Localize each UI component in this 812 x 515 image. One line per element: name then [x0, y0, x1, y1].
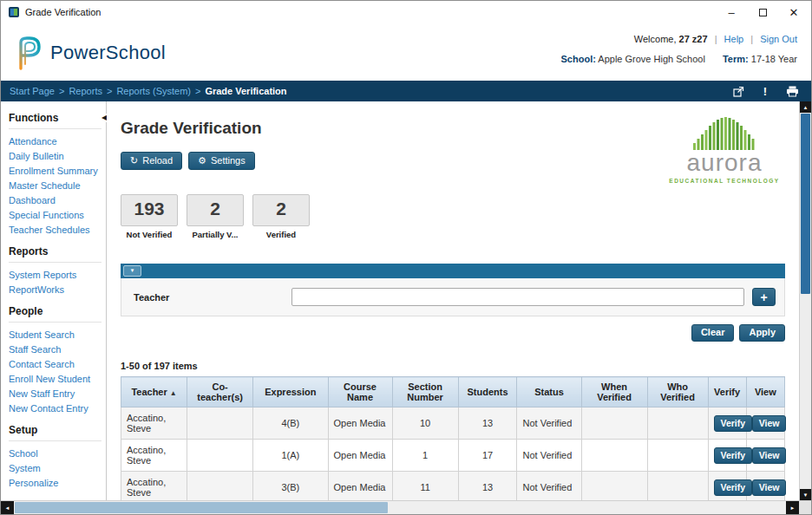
settings-icon: ⚙ [198, 156, 206, 166]
col-header-verify: Verify [708, 377, 746, 407]
browser-window: Grade Verification – ✕ PowerSchool [0, 0, 812, 515]
verify-button[interactable]: Verify [714, 447, 753, 464]
reload-button[interactable]: ↻ Reload [121, 152, 182, 170]
cell-when-verified [581, 472, 647, 501]
add-filter-button[interactable]: + [752, 288, 776, 306]
cell-co-teachers [187, 472, 253, 501]
sidebar-item-master-schedule[interactable]: Master Schedule [9, 178, 102, 192]
settings-button[interactable]: ⚙ Settings [188, 152, 255, 170]
maximize-button[interactable] [747, 2, 778, 23]
cell-when-verified [581, 440, 647, 472]
divider: | [750, 34, 753, 44]
scroll-up-button[interactable]: ▲ [800, 101, 811, 113]
sidebar-section-people: People [9, 297, 102, 323]
breadcrumb-separator: > [59, 86, 64, 96]
sidebar-item-enroll-new-student[interactable]: Enroll New Student [9, 371, 102, 386]
teacher-filter-input[interactable] [291, 288, 744, 306]
col-header-course-name[interactable]: Course Name [328, 377, 392, 407]
stat-value: 193 [121, 194, 178, 226]
filter-header-bar: ▾ [121, 264, 785, 278]
stat-card-partially-verified[interactable]: 2 Partially V... [187, 194, 244, 239]
sidebar-item-reportworks[interactable]: ReportWorks [9, 282, 102, 297]
col-header-teacher[interactable]: Teacher▲ [121, 377, 187, 407]
brand-name: PowerSchool [50, 42, 166, 64]
table-row: Accatino, Steve 3(B) Open Media 11 13 No… [121, 472, 785, 501]
breadcrumb-start-page[interactable]: Start Page [10, 86, 55, 96]
col-header-status[interactable]: Status [517, 377, 581, 407]
cell-section-number: 10 [392, 407, 458, 440]
stat-label: Not Verified [121, 230, 178, 239]
scroll-down-button[interactable]: ▼ [800, 489, 811, 500]
col-header-co-teachers[interactable]: Co-teacher(s) [187, 377, 253, 407]
sidebar-item-special-functions[interactable]: Special Functions [9, 207, 102, 222]
scroll-right-button[interactable]: ► [786, 501, 799, 514]
breadcrumb: Start Page > Reports > Reports (System) … [1, 81, 811, 101]
breadcrumb-reports-system[interactable]: Reports (System) [116, 86, 191, 96]
sidebar-item-student-search[interactable]: Student Search [9, 327, 102, 342]
sidebar-item-school[interactable]: School [9, 446, 102, 460]
view-button[interactable]: View [752, 479, 787, 496]
filter-collapse-button[interactable]: ▾ [123, 265, 141, 277]
stat-label: Verified [252, 230, 310, 239]
sidebar-item-contact-search[interactable]: Contact Search [9, 356, 102, 371]
username: 27 z27 [679, 34, 708, 44]
cell-section-number: 1 [392, 440, 458, 472]
col-header-students[interactable]: Students [458, 377, 517, 407]
help-link[interactable]: Help [724, 34, 744, 44]
vertical-scroll-thumb[interactable] [801, 114, 810, 294]
filter-actions: Clear Apply [121, 324, 785, 342]
sidebar-item-personalize[interactable]: Personalize [9, 475, 102, 490]
cell-status: Not Verified [517, 407, 581, 440]
table-row: Accatino, Steve 1(A) Open Media 1 17 Not… [121, 440, 785, 472]
cell-course-name: Open Media [328, 407, 392, 440]
verify-button[interactable]: Verify [714, 415, 753, 432]
powerschool-logo-icon [13, 36, 43, 70]
open-new-window-icon[interactable] [733, 86, 744, 97]
verify-button[interactable]: Verify [714, 479, 753, 496]
sidebar-item-new-staff-entry[interactable]: New Staff Entry [9, 386, 102, 401]
grade-verification-table: Teacher▲ Co-teacher(s) Expression Course… [121, 376, 785, 500]
sidebar-item-attendance[interactable]: Attendance [9, 134, 102, 148]
stat-card-not-verified[interactable]: 193 Not Verified [121, 194, 178, 239]
sign-out-link[interactable]: Sign Out [760, 34, 797, 44]
printer-icon[interactable] [786, 86, 799, 97]
sidebar-item-dashboard[interactable]: Dashboard [9, 192, 102, 207]
close-button[interactable]: ✕ [778, 2, 809, 23]
stat-card-verified[interactable]: 2 Verified [252, 194, 310, 239]
horizontal-scroll-track[interactable] [389, 501, 786, 514]
sidebar-item-enrollment-summary[interactable]: Enrollment Summary [9, 163, 102, 178]
sidebar-item-system-reports[interactable]: System Reports [9, 267, 102, 282]
scrollbar-corner [799, 501, 811, 514]
term-value[interactable]: 17-18 Year [751, 54, 797, 64]
clear-button[interactable]: Clear [691, 324, 735, 342]
view-button[interactable]: View [752, 447, 787, 464]
stat-value: 2 [252, 194, 310, 226]
horizontal-scroll-thumb[interactable] [15, 502, 388, 513]
sidebar-item-new-contact-entry[interactable]: New Contact Entry [9, 401, 102, 415]
alert-icon[interactable]: ! [763, 85, 767, 98]
breadcrumb-reports[interactable]: Reports [69, 86, 102, 96]
sidebar-item-staff-search[interactable]: Staff Search [9, 342, 102, 356]
sidebar: Functions Attendance Daily Bulletin Enro… [1, 101, 107, 500]
filter-body: Teacher + [121, 278, 785, 316]
sidebar-section-setup: Setup [9, 415, 102, 441]
sidebar-section-functions: Functions [9, 103, 102, 129]
col-header-who-verified[interactable]: Who Verified [647, 377, 708, 407]
sidebar-item-system[interactable]: System [9, 460, 102, 475]
view-button[interactable]: View [752, 415, 787, 432]
cell-teacher: Accatino, Steve [121, 407, 187, 440]
cell-status: Not Verified [517, 472, 581, 501]
filter-panel: ▾ Teacher + Clear Apply [121, 264, 785, 342]
col-header-section-number[interactable]: Section Number [392, 377, 458, 407]
cell-teacher: Accatino, Steve [121, 440, 187, 472]
sidebar-item-teacher-schedules[interactable]: Teacher Schedules [9, 222, 102, 237]
col-header-when-verified[interactable]: When Verified [581, 377, 647, 407]
minimize-button[interactable]: – [716, 2, 747, 23]
sidebar-item-daily-bulletin[interactable]: Daily Bulletin [9, 148, 102, 163]
divider: | [715, 34, 717, 44]
scroll-left-button[interactable]: ◄ [1, 501, 14, 514]
col-header-expression[interactable]: Expression [253, 377, 328, 407]
apply-button[interactable]: Apply [739, 324, 785, 342]
school-value[interactable]: Apple Grove High School [598, 54, 705, 64]
vertical-scroll-track[interactable] [800, 295, 811, 489]
